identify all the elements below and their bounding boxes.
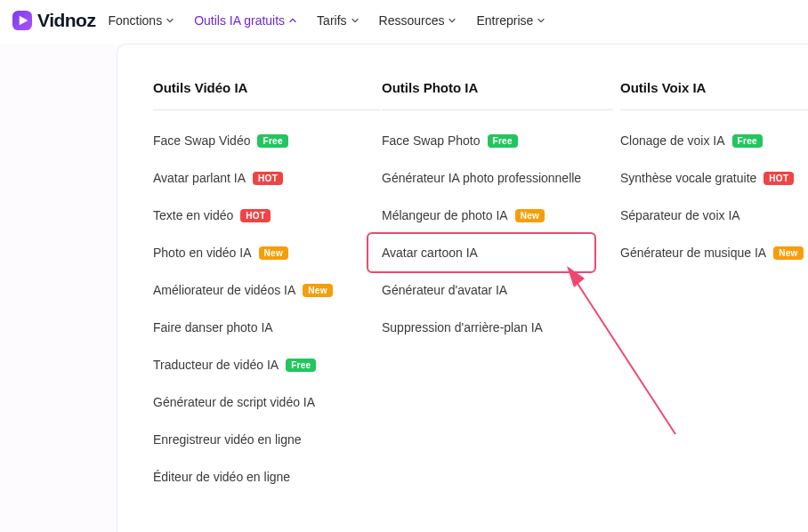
badge-new: New bbox=[515, 209, 545, 222]
column-title-photo: Outils Photo IA bbox=[382, 80, 613, 110]
menu-item-label: Avatar parlant IA bbox=[153, 171, 246, 185]
menu-face-swap-photo[interactable]: Face Swap Photo Free bbox=[382, 133, 613, 148]
column-title-video: Outils Vidéo IA bbox=[153, 80, 380, 110]
menu-clonage-voix[interactable]: Clonage de voix IA Free bbox=[620, 133, 808, 148]
menu-list-photo: Face Swap Photo Free Générateur IA photo… bbox=[382, 133, 613, 335]
menu-generateur-script[interactable]: Générateur de script vidéo IA bbox=[153, 395, 380, 409]
menu-avatar-cartoon[interactable]: Avatar cartoon IA bbox=[382, 246, 613, 260]
badge-hot: HOT bbox=[764, 172, 794, 185]
badge-free: Free bbox=[732, 134, 763, 148]
menu-item-label: Faire danser photo IA bbox=[153, 320, 273, 335]
badge-free: Free bbox=[488, 134, 518, 148]
badge-hot: HOT bbox=[240, 209, 271, 222]
top-nav-bar: Vidnoz Fonctions Outils IA gratuits Tari… bbox=[0, 0, 808, 44]
menu-photo-en-video[interactable]: Photo en vidéo IA New bbox=[153, 246, 380, 260]
menu-item-label: Mélangeur de photo IA bbox=[382, 208, 508, 222]
menu-item-label: Synthèse vocale gratuite bbox=[620, 171, 756, 185]
nav-entreprise[interactable]: Entreprise bbox=[476, 13, 545, 28]
menu-item-label: Traducteur de vidéo IA bbox=[153, 358, 279, 372]
menu-synthese-vocale[interactable]: Synthèse vocale gratuite HOT bbox=[620, 171, 808, 185]
menu-item-label: Générateur d'avatar IA bbox=[382, 283, 507, 297]
mega-menu-panel: Outils Vidéo IA Face Swap Vidéo Free Ava… bbox=[117, 44, 808, 532]
nav-fonctions[interactable]: Fonctions bbox=[108, 13, 174, 28]
page-body: Outils Vidéo IA Face Swap Vidéo Free Ava… bbox=[0, 44, 808, 532]
menu-list-video: Face Swap Vidéo Free Avatar parlant IA H… bbox=[153, 133, 380, 484]
menu-melangeur-photo[interactable]: Mélangeur de photo IA New bbox=[382, 208, 613, 222]
menu-item-label: Clonage de voix IA bbox=[620, 133, 725, 148]
nav-outils-ia[interactable]: Outils IA gratuits bbox=[194, 13, 297, 28]
nav-label: Entreprise bbox=[476, 13, 533, 28]
menu-list-voix: Clonage de voix IA Free Synthèse vocale … bbox=[620, 133, 808, 260]
badge-free: Free bbox=[257, 134, 287, 148]
menu-item-label: Face Swap Vidéo bbox=[153, 133, 250, 148]
column-voix: Outils Voix IA Clonage de voix IA Free S… bbox=[620, 80, 808, 500]
nav-ressources[interactable]: Ressources bbox=[379, 13, 457, 28]
nav-label: Fonctions bbox=[108, 13, 162, 28]
chevron-up-icon bbox=[288, 16, 297, 25]
menu-faire-danser-photo[interactable]: Faire danser photo IA bbox=[153, 320, 380, 335]
chevron-down-icon bbox=[351, 16, 360, 25]
menu-item-label: Face Swap Photo bbox=[382, 133, 481, 148]
logo-icon bbox=[11, 9, 34, 32]
main-nav: Fonctions Outils IA gratuits Tarifs Ress… bbox=[108, 13, 545, 28]
menu-item-label: Suppression d'arrière-plan IA bbox=[382, 320, 543, 335]
column-video: Outils Vidéo IA Face Swap Vidéo Free Ava… bbox=[153, 80, 380, 500]
nav-label: Ressources bbox=[379, 13, 445, 28]
menu-generateur-photo-pro[interactable]: Générateur IA photo professionnelle bbox=[382, 171, 613, 185]
menu-generateur-avatar[interactable]: Générateur d'avatar IA bbox=[382, 283, 613, 297]
menu-item-label: Avatar cartoon IA bbox=[382, 246, 478, 260]
menu-enregistreur-video[interactable]: Enregistreur vidéo en ligne bbox=[153, 432, 380, 447]
chevron-down-icon bbox=[537, 16, 545, 25]
column-photo: Outils Photo IA Face Swap Photo Free Gén… bbox=[382, 80, 613, 500]
menu-generateur-musique[interactable]: Générateur de musique IA New bbox=[620, 246, 808, 260]
nav-tarifs[interactable]: Tarifs bbox=[317, 13, 359, 28]
menu-editeur-video[interactable]: Éditeur de vidéo en ligne bbox=[153, 470, 380, 484]
menu-item-label: Générateur IA photo professionnelle bbox=[382, 171, 581, 185]
menu-avatar-parlant[interactable]: Avatar parlant IA HOT bbox=[153, 171, 380, 185]
menu-separateur-voix[interactable]: Séparateur de voix IA bbox=[620, 208, 808, 222]
menu-texte-en-video[interactable]: Texte en vidéo HOT bbox=[153, 208, 380, 222]
badge-hot: HOT bbox=[253, 172, 283, 185]
badge-free: Free bbox=[286, 359, 316, 372]
menu-ameliorateur-videos[interactable]: Améliorateur de vidéos IA New bbox=[153, 283, 380, 297]
menu-item-label: Texte en vidéo bbox=[153, 208, 233, 222]
menu-traducteur-video[interactable]: Traducteur de vidéo IA Free bbox=[153, 358, 380, 372]
menu-suppression-arriere-plan[interactable]: Suppression d'arrière-plan IA bbox=[382, 320, 613, 335]
chevron-down-icon bbox=[166, 16, 174, 25]
nav-label: Outils IA gratuits bbox=[194, 13, 285, 28]
menu-face-swap-video[interactable]: Face Swap Vidéo Free bbox=[153, 133, 380, 148]
menu-item-label: Éditeur de vidéo en ligne bbox=[153, 470, 290, 484]
nav-label: Tarifs bbox=[317, 13, 346, 28]
menu-item-label: Photo en vidéo IA bbox=[153, 246, 252, 260]
menu-item-label: Enregistreur vidéo en ligne bbox=[153, 432, 302, 447]
badge-new: New bbox=[259, 246, 288, 260]
menu-item-label: Générateur de script vidéo IA bbox=[153, 395, 315, 409]
logo[interactable]: Vidnoz bbox=[11, 9, 95, 32]
chevron-down-icon bbox=[448, 16, 457, 25]
menu-item-label: Améliorateur de vidéos IA bbox=[153, 283, 295, 297]
badge-new: New bbox=[773, 246, 803, 260]
logo-text: Vidnoz bbox=[37, 10, 95, 31]
left-gutter bbox=[0, 44, 117, 532]
badge-new: New bbox=[303, 284, 332, 297]
column-title-voix: Outils Voix IA bbox=[620, 80, 808, 110]
menu-item-label: Séparateur de voix IA bbox=[620, 208, 740, 222]
menu-item-label: Générateur de musique IA bbox=[620, 246, 766, 260]
